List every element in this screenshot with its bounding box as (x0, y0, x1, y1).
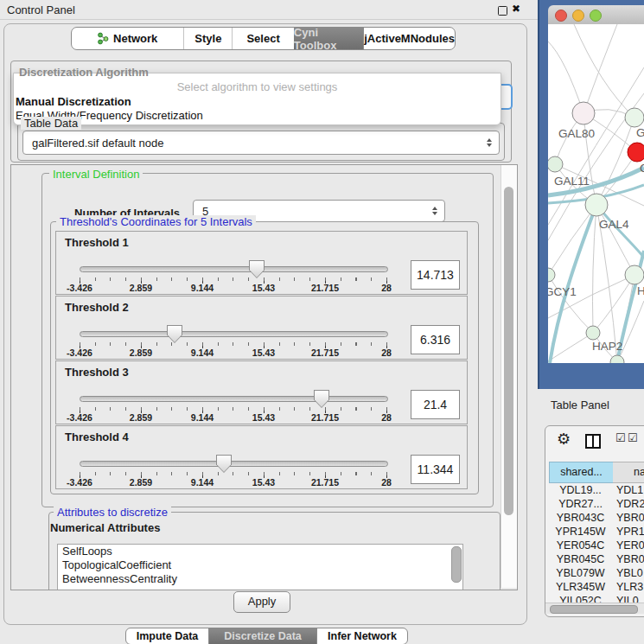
table-row[interactable]: YPR145W YPR1 (545, 525, 644, 539)
tick-label: -3.426 (58, 412, 101, 423)
tick-label: 21.715 (303, 348, 347, 358)
cell-name: YPR1 (614, 525, 644, 539)
tab-discretize-data[interactable]: Discretize Data (209, 628, 317, 644)
threshold-3-slider-track[interactable] (80, 396, 388, 402)
tick-label: 2.859 (119, 412, 163, 423)
cell-shared-name: YBR045C (549, 552, 612, 566)
control-panel-titlebar: Control Panel ✖ (0, 0, 538, 20)
split-columns-icon[interactable] (585, 434, 601, 449)
slider-minor-ticks (80, 472, 387, 475)
close-icon[interactable]: ✖ (512, 3, 520, 15)
numerical-attributes-label: Numerical Attributes (50, 521, 160, 534)
node-top-right (625, 108, 644, 127)
cell-shared-name: YDR27... (549, 497, 612, 511)
table-row[interactable]: YDL19... YDL1 (545, 483, 644, 497)
zoom-traffic-light-icon[interactable] (590, 10, 602, 22)
network-window-titlebar[interactable] (548, 5, 644, 25)
tick-label: 2.859 (119, 477, 163, 488)
threshold-1-slider-track[interactable] (80, 266, 388, 272)
float-window-icon[interactable] (498, 6, 507, 16)
threshold-4-slider-track[interactable] (80, 461, 388, 467)
gear-icon[interactable]: ⚙ (557, 430, 571, 449)
column-header-name[interactable]: na (613, 462, 644, 483)
close-traffic-light-icon[interactable] (555, 10, 567, 22)
table-row[interactable]: YBR045C YBR0 (545, 552, 644, 566)
table-row[interactable]: YER054C YER0 (545, 539, 644, 552)
node-bottom (610, 355, 624, 363)
popup-option-manual-discretization[interactable]: Manual Discretization (16, 95, 131, 108)
network-nodes[interactable] (548, 102, 644, 363)
node-label-h: H (637, 284, 644, 297)
cell-name: YDL1 (614, 483, 644, 497)
table-hscrollbar-thumb[interactable] (550, 605, 638, 614)
network-icon (98, 32, 109, 45)
table-row[interactable]: YBR043C YBR0 (545, 511, 644, 525)
cell-name: YBR0 (614, 552, 644, 566)
threshold-2-value-field[interactable]: 6.316 (411, 325, 460, 354)
tick-label: -3.426 (58, 348, 101, 358)
threshold-2-slider-track[interactable] (80, 331, 388, 337)
threshold-3-value-field[interactable]: 21.4 (411, 390, 460, 419)
tab-style[interactable]: Style (184, 28, 233, 49)
threshold-1-slider-thumb[interactable] (249, 260, 265, 278)
control-panel-title: Control Panel (7, 3, 75, 16)
checkbox-icon[interactable]: ☑ (628, 431, 638, 444)
cell-name: YER0 (614, 539, 644, 552)
table-row[interactable]: YDR27... YDR2 (545, 497, 644, 511)
table-row[interactable]: YBL079W YBL0 (545, 566, 644, 580)
threshold-2-slider-thumb[interactable] (167, 325, 182, 343)
tick-label: 28 (365, 477, 408, 488)
node-label-clipped: GA (636, 126, 644, 139)
node-label-clipped: C (640, 162, 644, 175)
tab-select[interactable]: Select (233, 28, 294, 49)
node-gal4 (585, 194, 608, 216)
tick-label: 15.43 (242, 412, 285, 423)
table-data-selected-value: galFiltered.sif default node (23, 137, 487, 150)
checkbox-icon[interactable]: ☑ (615, 431, 626, 444)
tab-infer-network[interactable]: Infer Network (317, 628, 407, 644)
bottom-tabbar: Impute Data Discretize Data Infer Networ… (125, 628, 408, 644)
tick-label: 28 (365, 348, 408, 358)
table-hscrollbar-track[interactable] (545, 603, 644, 614)
column-header-shared-name[interactable]: shared... (549, 462, 614, 483)
threshold-3-label: Threshold 3 (65, 366, 129, 379)
threshold-3-slider-thumb[interactable] (314, 390, 329, 408)
node-label-gal11: GAL11 (554, 175, 590, 188)
list-item[interactable]: TopologicalCoefficient (58, 558, 462, 572)
tab-select-label: Select (246, 32, 279, 45)
table-data-combobox[interactable]: galFiltered.sif default node (22, 131, 500, 155)
tick-label: -3.426 (58, 477, 101, 488)
threshold-4-value-field[interactable]: 11.344 (411, 455, 460, 484)
table-row[interactable]: YLR345W YLR3 (545, 580, 644, 594)
numerical-attributes-list[interactable]: SelfLoops TopologicalCoefficient Between… (57, 544, 463, 590)
list-scrollbar[interactable] (451, 546, 462, 583)
cell-shared-name: YDL19... (549, 483, 612, 497)
tab-jactivemnodules[interactable]: jActiveMNodules (363, 28, 455, 49)
tab-cyni-toolbox-label: Cyni Toolbox (294, 27, 363, 50)
tick-label: 15.43 (242, 477, 285, 488)
tab-cyni-toolbox[interactable]: Cyni Toolbox (294, 28, 363, 49)
node-label-hap2: HAP2 (592, 340, 622, 353)
tab-jactivemnodules-label: jActiveMNodules (364, 32, 455, 45)
panel-scrollbar-thumb[interactable] (504, 187, 513, 515)
combo-spinner-icon (432, 207, 437, 215)
algorithm-popup-hint: Select algorithm to view settings (14, 80, 501, 93)
threshold-1-value-field[interactable]: 14.713 (411, 260, 460, 290)
apply-button[interactable]: Apply (233, 591, 290, 613)
control-panel-tabbar: Network Style Select Cyni Toolbox jActiv… (71, 27, 456, 50)
tab-network[interactable]: Network (72, 28, 184, 49)
list-item[interactable]: BetweennessCentrality (58, 572, 462, 586)
node-red-selected (628, 143, 644, 162)
tick-label: 28 (365, 412, 408, 423)
tick-label: 2.859 (119, 348, 163, 358)
panel-scrollbar-track[interactable] (501, 165, 517, 588)
threshold-panel-3: Threshold 3 -3.426 2.859 9.144 15.43 21.… (55, 360, 468, 424)
list-item[interactable]: SelfLoops (58, 545, 462, 558)
threshold-4-slider-thumb[interactable] (216, 455, 232, 473)
threshold-4-label: Threshold 4 (65, 430, 129, 443)
threshold-panel-2: Threshold 2 -3.426 2.859 9.144 15.43 21.… (55, 296, 468, 360)
algorithm-popup: Select algorithm to view settings Manual… (13, 73, 501, 125)
network-canvas[interactable]: GAL80 GA GAL11 C GAL4 GCY1 H HAP2 (548, 24, 644, 363)
minimize-traffic-light-icon[interactable] (572, 10, 584, 22)
tab-impute-data[interactable]: Impute Data (126, 628, 209, 644)
